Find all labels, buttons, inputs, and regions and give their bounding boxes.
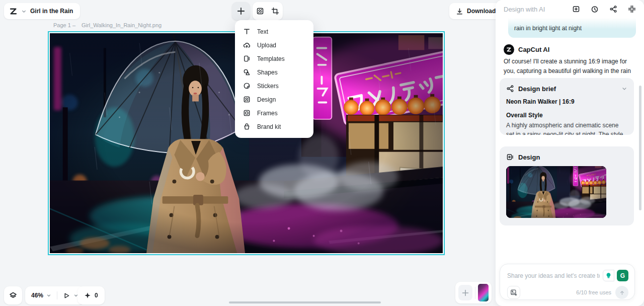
shapes-icon xyxy=(243,68,251,76)
divider xyxy=(475,287,475,299)
insert-menu: Text Upload Templates Shapes Stickers De… xyxy=(235,20,313,138)
add-page-button[interactable] xyxy=(458,285,472,300)
zoom-level[interactable]: 46% xyxy=(31,292,43,299)
menu-item-design[interactable]: Design xyxy=(235,93,313,106)
design-card-title: Design xyxy=(518,154,627,161)
menu-item-shapes[interactable]: Shapes xyxy=(235,65,313,79)
history-icon[interactable] xyxy=(591,5,599,13)
grammarly-icon[interactable]: G xyxy=(617,270,628,281)
background-tool-icon[interactable] xyxy=(256,7,264,15)
usage-counter: 6/10 free uses xyxy=(576,289,611,295)
chevron-down-icon[interactable] xyxy=(46,293,51,298)
design-brief-card[interactable]: Design brief Neon Rain Walker | 16:9 Ove… xyxy=(500,78,634,135)
brief-flow-icon xyxy=(506,85,514,93)
design-icon xyxy=(243,96,251,103)
capcut-logo-icon[interactable] xyxy=(9,7,18,16)
document-pill[interactable]: Girl in the Rain xyxy=(4,3,80,19)
document-title: Girl in the Rain xyxy=(30,8,73,15)
add-element-button[interactable] xyxy=(232,2,250,20)
text-icon xyxy=(243,28,251,35)
download-button[interactable]: Download xyxy=(449,3,502,19)
collapse-icon[interactable] xyxy=(628,5,636,13)
menu-item-frames[interactable]: Frames xyxy=(235,106,313,120)
capcut-workspace: Girl in the Rain Page 1 – Girl_Walking_I… xyxy=(0,0,644,306)
templates-icon xyxy=(243,55,251,62)
horizontal-scrollbar[interactable] xyxy=(229,301,381,303)
preview-play-icon[interactable] xyxy=(63,292,70,299)
panel-scrollbar[interactable] xyxy=(639,86,641,210)
brief-section-title: Overall Style xyxy=(506,112,627,119)
sparkle-icon xyxy=(84,292,91,299)
menu-item-stickers[interactable]: Stickers xyxy=(235,79,313,93)
layers-icon xyxy=(9,291,17,299)
assistant-panel-header: Design with AI xyxy=(496,0,644,18)
plus-icon xyxy=(236,7,246,16)
chevron-down-icon[interactable] xyxy=(21,9,27,14)
design-result-thumbnail[interactable] xyxy=(506,166,606,218)
assistant-panel: rain in bright light at night Design wit… xyxy=(496,0,644,306)
page-file-name: Girl_Walking_In_Rain_Night.png xyxy=(82,22,162,28)
menu-item-brand-kit[interactable]: Brand kit xyxy=(235,120,313,133)
brief-name: Neon Rain Walker | 16:9 xyxy=(506,98,627,105)
menu-item-text[interactable]: Text xyxy=(235,25,313,38)
pages-strip xyxy=(455,282,492,303)
design-doc-icon xyxy=(506,153,514,161)
design-result-card: Design xyxy=(500,146,634,225)
stickers-icon xyxy=(243,82,251,90)
prompt-composer: G 6/10 free uses xyxy=(500,264,635,300)
zoom-controls: 46% xyxy=(25,286,85,304)
panel-title: Design with AI xyxy=(504,6,572,13)
ai-identity-row: CapCut AI xyxy=(504,44,549,55)
divider xyxy=(57,291,57,299)
credits-count: 0 xyxy=(95,292,98,299)
menu-item-templates[interactable]: Templates xyxy=(235,52,313,65)
page-label: Page 1 – Girl_Walking_In_Rain_Night.png xyxy=(53,22,162,28)
resize-tool-icon[interactable] xyxy=(271,7,279,15)
prompt-input[interactable] xyxy=(507,272,600,279)
chevron-down-icon[interactable] xyxy=(621,86,627,92)
frames-icon xyxy=(243,109,251,117)
layers-button[interactable] xyxy=(4,286,22,304)
credits-button[interactable]: 0 xyxy=(77,286,105,304)
new-chat-icon[interactable] xyxy=(572,5,580,13)
idea-bulb-icon[interactable] xyxy=(603,270,614,281)
brief-body: A highly atmospheric and cinematic scene… xyxy=(506,121,627,135)
upload-icon xyxy=(243,41,251,49)
share-icon[interactable] xyxy=(609,5,617,13)
user-message-text: rain in bright light at night xyxy=(514,25,582,32)
brand-kit-icon xyxy=(243,123,251,130)
send-button[interactable] xyxy=(615,286,628,299)
download-label: Download xyxy=(467,8,496,15)
menu-item-upload[interactable]: Upload xyxy=(235,38,313,52)
capcut-ai-avatar xyxy=(504,44,514,55)
page-number: Page 1 – xyxy=(53,22,75,28)
brief-title: Design brief xyxy=(518,85,617,93)
ai-name: CapCut AI xyxy=(518,46,549,53)
page-thumbnail[interactable] xyxy=(478,284,489,301)
download-icon xyxy=(456,8,463,15)
canvas-tools xyxy=(253,2,283,20)
add-image-button[interactable] xyxy=(507,286,520,299)
